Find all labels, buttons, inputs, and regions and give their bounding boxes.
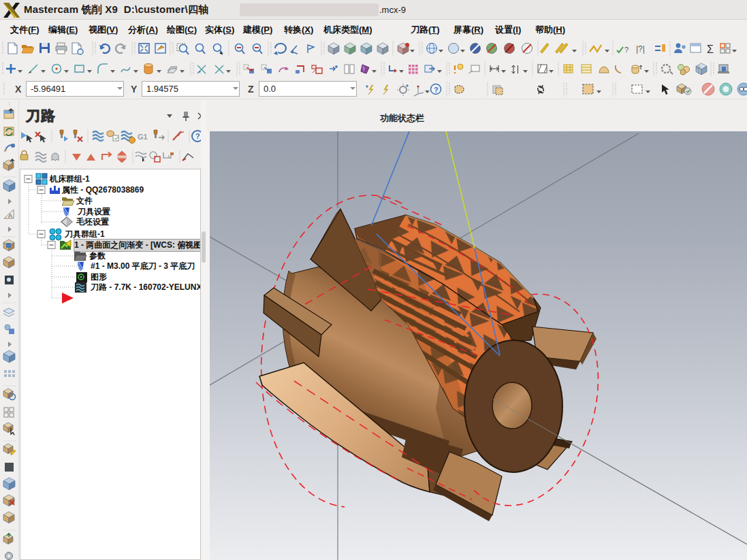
svg-text:A: A — [8, 212, 12, 219]
svg-text:?: ? — [434, 86, 439, 94]
svg-text:G1: G1 — [138, 133, 148, 141]
svg-text:|?|: |?| — [636, 44, 645, 54]
svg-text:?: ? — [195, 132, 200, 140]
svg-text:?: ? — [624, 46, 629, 54]
svg-text:Σ: Σ — [707, 44, 714, 55]
